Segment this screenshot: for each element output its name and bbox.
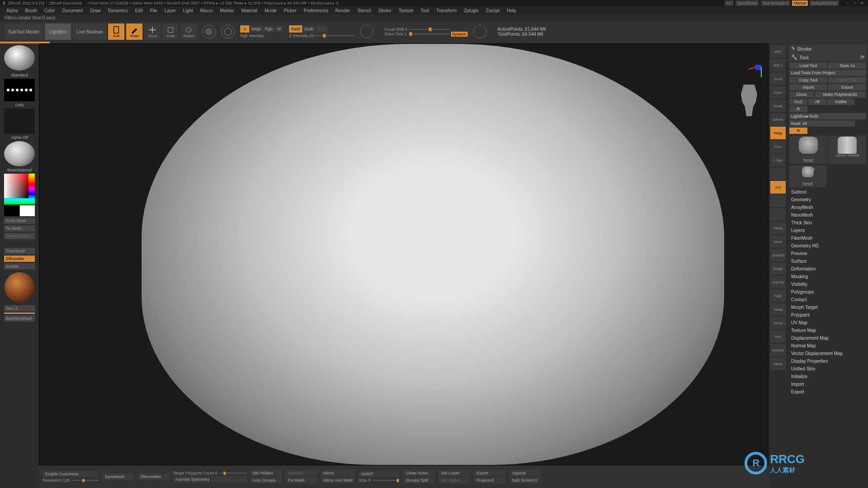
seethrough-slider[interactable]: See-through 0	[761, 0, 790, 6]
section-unified-skin[interactable]: Unified Skin	[788, 365, 867, 373]
defaultzscript-button[interactable]: DefaultZScript	[810, 0, 839, 6]
menu-macro[interactable]: Macro	[197, 7, 217, 14]
zcut-mode[interactable]: Zcut	[316, 25, 327, 33]
menu-material[interactable]: Material	[237, 7, 261, 14]
projectall-button[interactable]: ProjectAll	[474, 477, 505, 483]
stroke-preview[interactable]	[4, 79, 35, 101]
menu-layer[interactable]: Layer	[161, 7, 180, 14]
menu-marker[interactable]: Marker	[216, 7, 237, 14]
menu-movie[interactable]: Movie	[261, 7, 280, 14]
goz-button[interactable]: GoZ	[789, 99, 807, 105]
export-button[interactable]: Export	[828, 84, 866, 90]
subtool-head2[interactable]: 4head	[789, 166, 826, 187]
scale-mode-button[interactable]: Scale	[162, 24, 179, 40]
subtool-head[interactable]: 4head	[789, 136, 827, 164]
close-holes-button[interactable]: Close Holes	[403, 470, 435, 476]
split-screen-button[interactable]: Split Screen 0	[509, 477, 541, 483]
rt-polyf[interactable]: PolyF	[770, 289, 786, 302]
section-polypaint[interactable]: Polypaint	[788, 311, 867, 319]
section-deformation[interactable]: Deformation	[788, 265, 867, 273]
section-contact[interactable]: Contact	[788, 296, 867, 303]
brush-circle-icon[interactable]	[360, 25, 374, 38]
menu-picker[interactable]: Picker	[280, 7, 300, 14]
a-mode[interactable]: A	[240, 25, 249, 33]
enable-customize-button[interactable]: Enable Customize	[43, 471, 99, 477]
menu-tool[interactable]: Tool	[417, 7, 432, 14]
auto-groups-button[interactable]: Auto Groups	[250, 477, 282, 483]
dynamesh-button[interactable]: DynaMesh	[102, 474, 134, 480]
draw-size-slider[interactable]	[408, 33, 449, 34]
double-button[interactable]: Double	[4, 263, 35, 270]
load-from-project-button[interactable]: Load Tools From Project	[789, 70, 866, 76]
z-intensity-slider[interactable]	[314, 35, 355, 36]
rt-xyz[interactable]: XYZ	[770, 181, 786, 194]
menu-dynamics[interactable]: Dynamics	[104, 7, 132, 14]
section-thick-skin[interactable]: Thick Skin	[788, 219, 867, 227]
section-geometry[interactable]: Geometry	[788, 196, 867, 204]
menu-color[interactable]: Color	[41, 7, 59, 14]
import-button[interactable]: Import	[789, 84, 827, 90]
r2-button[interactable]: R	[789, 128, 807, 134]
menu-light[interactable]: Light	[180, 7, 197, 14]
menu-file[interactable]: File	[147, 7, 161, 14]
rgb-mode[interactable]: Rgb	[263, 25, 275, 33]
close-icon[interactable]: ✕	[859, 1, 865, 5]
menu-zscript[interactable]: Zscript	[482, 7, 503, 14]
section-geometry-hd[interactable]: Geometry HD	[788, 242, 867, 250]
rt-rotate[interactable]: Rotate	[770, 262, 786, 275]
section-arraymesh[interactable]: ArrayMesh	[788, 204, 867, 211]
minimize-icon[interactable]: −	[844, 1, 851, 5]
alpha-preview[interactable]	[4, 109, 35, 134]
subtool-master-button[interactable]: SubTool Master	[5, 24, 43, 40]
menu-stroke[interactable]: Stroke	[375, 7, 395, 14]
section-texture-map[interactable]: Texture Map	[788, 327, 867, 334]
storemt-button[interactable]: StoreMT	[285, 470, 317, 476]
save-as-button[interactable]: Save As	[828, 62, 866, 69]
menu-document[interactable]: Document	[59, 7, 87, 14]
draw-mode-button[interactable]: Draw	[126, 24, 142, 40]
m-mode[interactable]: M	[275, 25, 284, 33]
refresh-icon[interactable]: ⟳	[860, 54, 864, 60]
rt-scroll[interactable]: Scroll	[770, 72, 786, 85]
backfacemask-button[interactable]: BackfaceMask	[4, 315, 35, 322]
rt-aahalf[interactable]: AAHalf	[770, 113, 786, 126]
focal-shift-slider[interactable]	[409, 29, 450, 30]
rt-transp[interactable]: Transp	[770, 303, 786, 316]
visible-button[interactable]: Visible	[827, 99, 854, 105]
menu-brush[interactable]: Brush	[22, 7, 41, 14]
del-lower-button[interactable]: Del Lower	[438, 470, 470, 476]
zsub-mode[interactable]: Zsub	[303, 25, 315, 33]
menu-texture[interactable]: Texture	[395, 7, 417, 14]
lightbox-button[interactable]: LightBox	[45, 24, 71, 40]
section-uv-map[interactable]: UV Map	[788, 319, 867, 327]
stroke-header[interactable]: ✎Stroke	[788, 44, 867, 53]
mirror-button[interactable]: Mirror	[321, 470, 355, 476]
menu-preferences[interactable]: Preferences	[300, 7, 332, 14]
section-subtool[interactable]: Subtool	[788, 188, 867, 196]
ac-button[interactable]: AC	[725, 0, 734, 6]
target-polygons-slider[interactable]	[219, 473, 247, 474]
nav-head-icon[interactable]	[735, 85, 763, 116]
rt-bpr[interactable]: BPR	[770, 45, 786, 58]
gyro-icon[interactable]	[202, 25, 216, 38]
to-mesh-button[interactable]: To Mesh	[4, 225, 35, 232]
brush-preview[interactable]	[4, 45, 35, 71]
material-preview[interactable]	[4, 141, 35, 166]
rt-spix-3[interactable]: SPix 3	[770, 59, 786, 71]
menu-help[interactable]: Help	[503, 7, 520, 14]
section-display-properties[interactable]: Display Properties	[788, 357, 867, 365]
sphere-icon[interactable]	[221, 25, 235, 38]
menus-button[interactable]: Menus	[792, 0, 808, 6]
menu-zplugin[interactable]: Zplugin	[460, 7, 483, 14]
section-surface[interactable]: Surface	[788, 257, 867, 265]
menu-edit[interactable]: Edit	[131, 7, 146, 14]
delmt-button[interactable]: DelMT	[359, 471, 400, 477]
tool-header[interactable]: 🔧Tool⟳	[788, 53, 867, 62]
menu-render[interactable]: Render	[332, 7, 354, 14]
menu-draw[interactable]: Draw	[86, 7, 104, 14]
rt-frame[interactable]: Frame	[770, 222, 786, 234]
delete-mesh-button[interactable]: Delete Mesh	[4, 233, 35, 239]
zeroz-button[interactable]: Zero Z	[4, 305, 35, 312]
load-tool-button[interactable]: Load Tool	[789, 62, 827, 69]
rt-xpose[interactable]: Xpose	[770, 357, 786, 370]
